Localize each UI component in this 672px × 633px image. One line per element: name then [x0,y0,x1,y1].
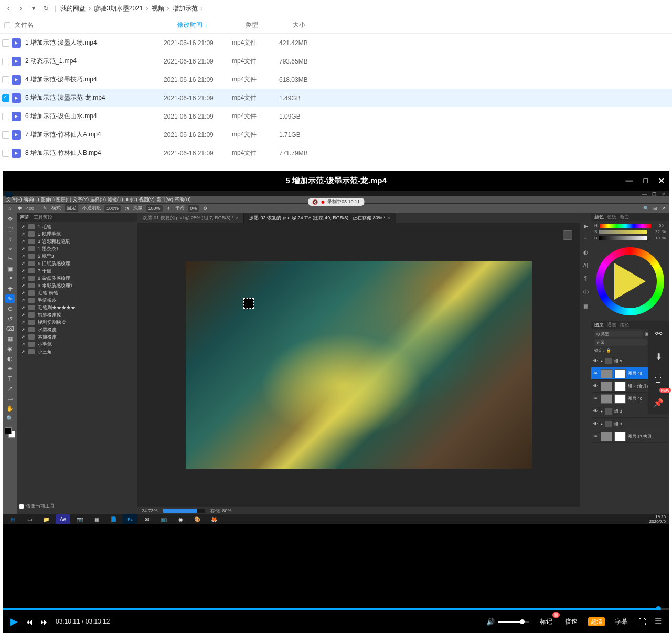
row-checkbox[interactable] [2,113,9,120]
app-icon[interactable]: ✉ [140,514,154,524]
gradient-tool-icon[interactable]: ▦ [5,334,15,343]
prev-button[interactable]: ⏮ [25,617,33,626]
dropdown-button[interactable]: ▾ [29,4,38,13]
path-tool-icon[interactable]: ↗ [5,384,15,393]
tab-close-icon[interactable]: × [236,215,238,220]
menu-item[interactable]: 选择(S) [90,196,106,203]
slider-value[interactable]: 55 [653,223,664,228]
current-tool-only-checkbox[interactable] [19,504,24,509]
slider-track[interactable] [599,230,647,234]
slider-track[interactable] [599,236,647,240]
visibility-icon[interactable]: 👁 [593,434,599,439]
brush-preset[interactable]: ↗水墨橡皮 [17,326,137,333]
row-checkbox[interactable] [2,58,9,65]
workspace-icon[interactable]: ⊞ [653,206,657,211]
flow-input[interactable]: 100% [146,205,163,212]
brush-preset[interactable]: ↗锐利切割橡皮 [17,319,137,326]
col-type[interactable]: 类型 [241,20,289,29]
mark-button[interactable]: 标记 [538,616,554,627]
breadcrumb-item[interactable]: 我的网盘 [60,4,86,13]
volume-slider[interactable] [498,621,529,623]
system-clock[interactable]: 19:25 2020/7/5 [649,514,666,524]
hand-tool-icon[interactable]: ✋ [5,404,15,413]
col-date[interactable]: 修改时间↓ [173,20,241,29]
smooth-input[interactable]: 0% [188,205,199,212]
brush-preset[interactable]: ↗1 毛笔 [17,223,137,230]
layer-item[interactable]: 👁图层 37 拷贝 [591,430,669,443]
menu-item[interactable]: 3D(D) [125,197,137,202]
file-row[interactable]: 7 增加示范-竹林仙人A.mp4 2021-06-16 21:09 mp4文件 … [0,125,672,144]
brush-preset[interactable]: ↗5 纸里3 [17,252,137,260]
tab-paths[interactable]: 路径 [620,322,629,329]
tab-gradients[interactable]: 渐变 [620,214,629,220]
row-checkbox[interactable] [2,94,9,102]
visibility-icon[interactable]: 👁 [593,421,599,426]
brush-preset[interactable]: ↗毛笔-粉笔 [17,289,137,297]
mask-thumbnail[interactable] [614,369,626,378]
pressure-opacity-icon[interactable]: ◔ [125,206,129,211]
mode-select[interactable]: 固定 [65,204,78,212]
app-icon[interactable]: 🎨 [190,514,205,524]
stamp-tool-icon[interactable]: ⊕ [5,304,15,313]
app-icon[interactable]: 📷 [72,514,87,524]
heal-tool-icon[interactable]: ✚ [5,284,15,293]
sat-bright-triangle[interactable] [614,263,646,300]
row-checkbox[interactable] [2,39,9,47]
opacity-input[interactable]: 100% [104,205,121,212]
menu-item[interactable]: 文件(F) [6,196,22,203]
mask-thumbnail[interactable] [614,394,626,404]
play-button[interactable]: ▶ [10,616,18,627]
menu-item[interactable]: 视图(V) [139,196,155,203]
layer-thumbnail[interactable] [601,432,612,441]
layer-thumbnail[interactable] [605,421,612,427]
breadcrumb-item[interactable]: 廖驰3期水墨2021 [94,4,143,13]
blend-mode-select[interactable]: 正常 [594,339,647,346]
color-swatches[interactable] [5,427,15,438]
layer-thumbnail[interactable] [605,408,612,415]
brush-size[interactable]: 400 [26,206,39,211]
brush-preset[interactable]: ↗7 干里 [17,267,137,275]
playlist-icon[interactable]: ☰ [655,617,662,626]
layer-thumbnail[interactable] [601,382,612,391]
tab-tool-presets[interactable]: 工具预设 [34,214,52,221]
slider-track[interactable] [600,224,651,228]
brush-preset[interactable]: ↗毛笔刷★★★★★ [17,304,137,311]
quality-button[interactable]: 超清 [588,617,605,626]
fullscreen-icon[interactable]: ⛶ [638,617,646,626]
layer-thumbnail[interactable] [601,394,612,404]
visibility-icon[interactable]: 👁 [593,396,599,401]
menu-item[interactable]: 滤镜(T) [108,196,123,203]
menu-item[interactable]: 文字(Y) [73,196,89,203]
select-all-checkbox[interactable] [4,22,10,28]
app-icon[interactable]: 📘 [106,514,121,524]
share-button[interactable]: ⚯ [648,322,669,345]
brush-preset[interactable]: ↗小三角 [17,348,137,355]
chevron-icon[interactable]: ▸ [601,358,603,363]
file-row[interactable]: 2 动态示范_1.mp4 2021-06-16 21:09 mp4文件 793.… [0,52,672,70]
brush-preset[interactable]: ↗1 肌理毛笔 [17,230,137,238]
airbrush-icon[interactable]: ✈ [167,206,171,211]
history-brush-icon[interactable]: ↺ [5,314,15,323]
visibility-icon[interactable]: 👁 [593,371,599,376]
chevron-icon[interactable]: ▸ [601,421,603,426]
lasso-tool-icon[interactable]: ⌇ [5,235,15,243]
layer-type-filter[interactable]: Q 类型 [594,331,643,337]
wand-tool-icon[interactable]: ✧ [5,245,15,253]
brush-preset[interactable]: ↗铅笔橡皮擦 [17,311,137,319]
row-checkbox[interactable] [2,150,9,157]
file-row[interactable]: 5 增加示范-泼墨示范-龙.mp4 2021-06-16 21:09 mp4文件… [0,89,672,107]
tool-preset-icon[interactable]: ✱ [18,206,22,211]
menu-item[interactable]: 编辑(E) [24,196,39,203]
slider-value[interactable]: 32 [649,229,660,234]
slider-value[interactable]: 13 [649,236,660,240]
file-row[interactable]: 8 增加示范-竹林仙人B.mp4 2021-06-16 21:09 mp4文件 … [0,144,672,162]
tab-brushes[interactable]: 画笔 [20,214,29,221]
menu-item[interactable]: 窗口(W) [156,196,174,203]
chevron-icon[interactable]: ▸ [601,409,603,414]
move-tool-icon[interactable]: ✥ [5,215,15,223]
marquee-tool-icon[interactable]: ⬚ [5,225,15,233]
tab-layers[interactable]: 图层 [594,322,604,329]
volume-control[interactable]: 🔊 [486,618,529,626]
ps-close-icon[interactable]: ✕ [662,192,666,197]
visibility-icon[interactable]: 👁 [593,384,599,388]
